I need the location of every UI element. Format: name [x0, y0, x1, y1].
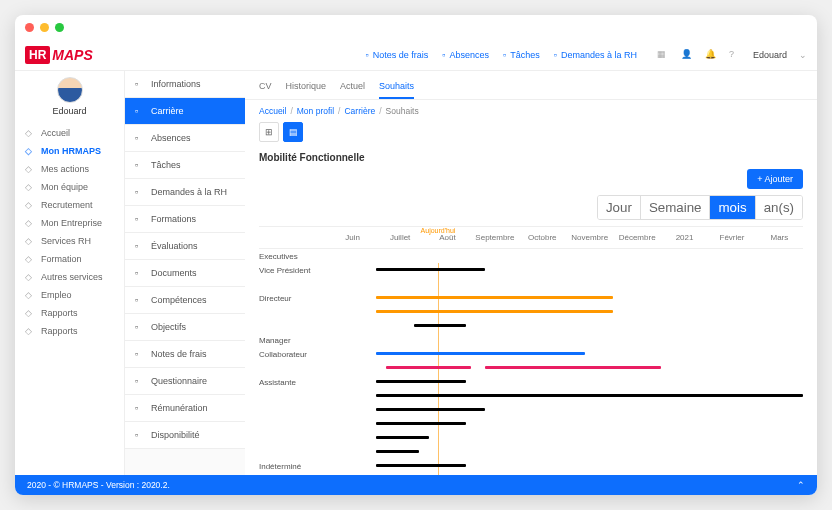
gantt-row-label — [259, 324, 329, 328]
topbar-link[interactable]: ▫Tâches — [503, 50, 540, 60]
sidebar-inner-item[interactable]: ▫Notes de frais — [125, 341, 245, 368]
add-button[interactable]: + Ajouter — [747, 169, 803, 189]
close-window-icon[interactable] — [25, 23, 34, 32]
gantt-bar[interactable] — [376, 422, 466, 425]
topbar-link[interactable]: ▫Demandes à la RH — [554, 50, 637, 60]
month-header: Septembre — [471, 227, 518, 248]
titlebar — [15, 15, 817, 39]
range-group: JourSemainemoisan(s) — [597, 195, 803, 220]
gantt-bar[interactable] — [376, 296, 613, 299]
breadcrumb-item[interactable]: Mon profil — [297, 106, 334, 116]
gantt-row-label: Executives — [259, 250, 329, 263]
sidebar-outer-item[interactable]: ◇Mes actions — [19, 160, 120, 178]
sidebar-inner-item[interactable]: ▫Compétences — [125, 287, 245, 314]
gantt-bar[interactable] — [376, 268, 485, 271]
gantt-row-bars — [329, 389, 803, 403]
breadcrumb-item[interactable]: Accueil — [259, 106, 286, 116]
sidebar-outer-item[interactable]: ◇Services RH — [19, 232, 120, 250]
range-button[interactable]: an(s) — [756, 196, 802, 219]
gantt-row-label — [259, 408, 329, 412]
main: CVHistoriqueActuelSouhaits Accueil/Mon p… — [245, 71, 817, 475]
topbar-link[interactable]: ▫Notes de frais — [366, 50, 429, 60]
sidebar-inner-item[interactable]: ▫Disponibilité — [125, 422, 245, 449]
nav-icon: ▫ — [135, 403, 145, 413]
gantt-bar[interactable] — [376, 408, 485, 411]
tab[interactable]: Actuel — [340, 77, 365, 99]
current-user-label[interactable]: Edouard — [753, 50, 787, 60]
gantt-bar[interactable] — [386, 366, 471, 369]
sidebar-outer-item[interactable]: ◇Mon équipe — [19, 178, 120, 196]
nav-icon: ▫ — [135, 268, 145, 278]
nav-icon: ◇ — [25, 236, 35, 246]
sidebar-inner-item[interactable]: ▫Documents — [125, 260, 245, 287]
minimize-window-icon[interactable] — [40, 23, 49, 32]
nav-icon: ◇ — [25, 200, 35, 210]
sidebar-inner-item[interactable]: ▫Formations — [125, 206, 245, 233]
gantt-bar[interactable] — [485, 366, 660, 369]
gantt-row-bars — [329, 249, 803, 263]
nav-icon: ▫ — [135, 376, 145, 386]
sidebar-outer-item[interactable]: ◇Rapports — [19, 322, 120, 340]
gantt-body: ExecutivesVice PrésidentDirecteurManager… — [259, 249, 803, 475]
view-grid-button[interactable]: ⊞ — [259, 122, 279, 142]
avatar[interactable] — [57, 77, 83, 103]
help-icon[interactable]: ? — [729, 49, 741, 61]
range-button[interactable]: mois — [710, 196, 755, 219]
logo: HR MAPS — [25, 46, 93, 64]
breadcrumb-item[interactable]: Carrière — [344, 106, 375, 116]
view-chart-button[interactable]: ▤ — [283, 122, 303, 142]
sidebar-outer-item[interactable]: ◇Autres services — [19, 268, 120, 286]
tab[interactable]: Souhaits — [379, 77, 414, 99]
chevron-down-icon[interactable]: ⌄ — [799, 50, 807, 60]
topbar-link[interactable]: ▫Absences — [442, 50, 489, 60]
user-icon[interactable]: 👤 — [681, 49, 693, 61]
sidebar-inner-item[interactable]: ▫Évaluations — [125, 233, 245, 260]
gantt-bar[interactable] — [376, 464, 466, 467]
tab[interactable]: CV — [259, 77, 272, 99]
sidebar-inner-item[interactable]: ▫Objectifs — [125, 314, 245, 341]
sidebar-inner-item[interactable]: ▫Carrière — [125, 98, 245, 125]
sidebar-inner-item[interactable]: ▫Rémunération — [125, 395, 245, 422]
sidebar-outer-item[interactable]: ◇Mon Entreprise — [19, 214, 120, 232]
tab[interactable]: Historique — [286, 77, 327, 99]
gantt-row — [259, 445, 803, 459]
grid-icon[interactable]: ▦ — [657, 49, 669, 61]
sidebar-outer-item[interactable]: ◇Formation — [19, 250, 120, 268]
gantt-bar[interactable] — [414, 324, 466, 327]
month-header: Octobre — [519, 227, 566, 248]
sidebar-inner-item[interactable]: ▫Demandes à la RH — [125, 179, 245, 206]
sidebar-inner-item[interactable]: ▫Absences — [125, 125, 245, 152]
sidebar-outer-item[interactable]: ◇Mon HRMAPS — [19, 142, 120, 160]
gantt-row-bars — [329, 361, 803, 375]
gantt-bar[interactable] — [376, 450, 419, 453]
gantt-bar[interactable] — [376, 352, 585, 355]
sidebar-outer-item[interactable]: ◇Accueil — [19, 124, 120, 142]
view-toggles: ⊞ ▤ — [245, 122, 817, 148]
gantt-bar[interactable] — [376, 310, 613, 313]
gantt-row: Collaborateur — [259, 347, 803, 361]
gantt-bar[interactable] — [376, 436, 428, 439]
range-button[interactable]: Jour — [598, 196, 641, 219]
gantt-bar[interactable] — [376, 394, 803, 397]
sidebar-outer-item[interactable]: ◇Recrutement — [19, 196, 120, 214]
gantt-row-bars — [329, 459, 803, 473]
gantt-row — [259, 431, 803, 445]
gantt-row-bars — [329, 277, 803, 291]
gantt-row-bars — [329, 347, 803, 361]
gantt-row-bars — [329, 305, 803, 319]
sidebar-outer-item[interactable]: ◇Rapports — [19, 304, 120, 322]
sidebar-inner-item[interactable]: ▫Tâches — [125, 152, 245, 179]
gantt-bar[interactable] — [376, 380, 466, 383]
nav-icon: ◇ — [25, 182, 35, 192]
section-title: Mobilité Fonctionnelle — [259, 152, 803, 163]
maximize-window-icon[interactable] — [55, 23, 64, 32]
nav-icon: ◇ — [25, 128, 35, 138]
footer-caret-up-icon[interactable]: ⌃ — [797, 480, 805, 490]
sidebar-inner-item[interactable]: ▫Questionnaire — [125, 368, 245, 395]
sidebar-outer-item[interactable]: ◇Empleo — [19, 286, 120, 304]
range-button[interactable]: Semaine — [641, 196, 711, 219]
bell-icon[interactable]: 🔔 — [705, 49, 717, 61]
gantt-row-label — [259, 450, 329, 454]
gantt-row-label: Collaborateur — [259, 348, 329, 361]
sidebar-inner-item[interactable]: ▫Informations — [125, 71, 245, 98]
